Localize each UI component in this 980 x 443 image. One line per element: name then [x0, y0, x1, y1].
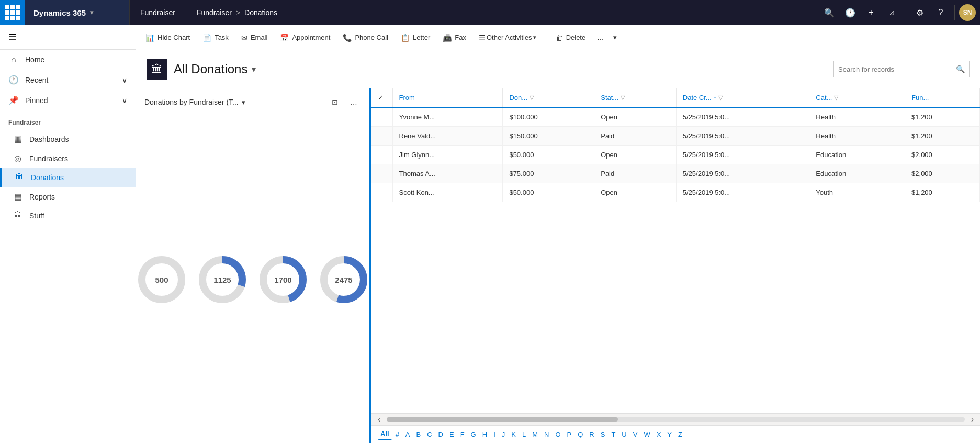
- other-activities-button[interactable]: ☰ Other Activities ▾: [474, 28, 542, 47]
- scroll-left-arrow[interactable]: ‹: [374, 415, 385, 424]
- letter-button[interactable]: 📋 Letter: [396, 28, 435, 47]
- settings-button[interactable]: ⚙: [910, 3, 929, 22]
- sidebar-item-donations[interactable]: 🏛 Donations: [0, 168, 136, 187]
- search-box[interactable]: 🔍: [833, 61, 970, 77]
- phone-call-button[interactable]: 📞 Phone Call: [337, 28, 393, 47]
- sidebar-item-pinned[interactable]: 📌 Pinned ∨: [0, 90, 136, 110]
- horizontal-scrollbar[interactable]: [387, 417, 618, 422]
- alpha-item-i[interactable]: I: [491, 429, 498, 439]
- phone-call-label: Phone Call: [355, 34, 388, 41]
- row-fundraiser: $2,000: [905, 164, 980, 183]
- alpha-item-f[interactable]: F: [458, 429, 467, 439]
- date-sort-icon[interactable]: ↑: [714, 95, 717, 101]
- alpha-item-m[interactable]: M: [530, 429, 540, 439]
- alpha-item-l[interactable]: L: [520, 429, 528, 439]
- grid-table-wrapper[interactable]: ✓ From Don...: [371, 88, 980, 413]
- appointment-button[interactable]: 📅 Appointment: [275, 28, 335, 47]
- task-button[interactable]: 📄 Task: [197, 28, 234, 47]
- status-filter-icon[interactable]: ▽: [621, 94, 625, 101]
- add-button[interactable]: +: [862, 3, 881, 22]
- row-donation: $150.000: [503, 127, 594, 146]
- search-button[interactable]: 🔍: [820, 3, 839, 22]
- alpha-item-p[interactable]: P: [565, 429, 575, 439]
- hide-chart-label: Hide Chart: [157, 34, 190, 41]
- hamburger-icon[interactable]: ☰: [8, 32, 17, 42]
- donation-filter-icon[interactable]: ▽: [530, 94, 534, 101]
- search-input[interactable]: [838, 65, 953, 73]
- alpha-item-c[interactable]: C: [424, 429, 434, 439]
- help-button[interactable]: ?: [931, 3, 950, 22]
- alpha-item-n[interactable]: N: [542, 429, 551, 439]
- col-fundraiser[interactable]: Fun...: [905, 88, 980, 107]
- alpha-item-u[interactable]: U: [619, 429, 629, 439]
- category-filter-icon[interactable]: ▽: [834, 94, 838, 101]
- alpha-item-w[interactable]: W: [641, 429, 652, 439]
- alpha-item-z[interactable]: Z: [675, 429, 685, 439]
- alpha-item-q[interactable]: Q: [575, 429, 585, 439]
- sidebar-item-home[interactable]: ⌂ Home: [0, 50, 136, 70]
- col-donation[interactable]: Don... ▽: [503, 88, 594, 107]
- alpha-item-y[interactable]: Y: [664, 429, 674, 439]
- stuff-icon: 🏛: [13, 211, 23, 220]
- alpha-item-k[interactable]: K: [509, 429, 519, 439]
- col-status[interactable]: Stat... ▽: [594, 88, 677, 107]
- more-options-button[interactable]: …: [593, 28, 608, 47]
- alpha-item-e[interactable]: E: [447, 429, 457, 439]
- row-check[interactable]: [371, 183, 392, 202]
- col-category[interactable]: Cat... ▽: [809, 88, 905, 107]
- row-check[interactable]: [371, 164, 392, 183]
- user-avatar[interactable]: SN: [959, 4, 976, 21]
- table-row[interactable]: Jim Glynn... $50.000 Open 5/25/2019 5:0.…: [371, 146, 980, 164]
- alpha-item-x[interactable]: X: [654, 429, 664, 439]
- page-title-icon: 🏛: [152, 63, 162, 75]
- row-date: 5/25/2019 5:0...: [676, 127, 809, 146]
- hamburger-button[interactable]: ☰: [0, 25, 136, 50]
- alpha-item-j[interactable]: J: [499, 429, 508, 439]
- alpha-item-o[interactable]: O: [553, 429, 563, 439]
- hide-chart-button[interactable]: 📊 Hide Chart: [140, 28, 195, 47]
- scroll-right-arrow[interactable]: ›: [967, 415, 978, 424]
- alpha-item-g[interactable]: G: [468, 429, 479, 439]
- row-status: Open: [594, 183, 677, 202]
- sidebar-item-reports[interactable]: ▤ Reports: [0, 187, 136, 206]
- alpha-item-s[interactable]: S: [598, 429, 608, 439]
- table-row[interactable]: Thomas A... $75.000 Paid 5/25/2019 5:0..…: [371, 164, 980, 183]
- recent-icon-button[interactable]: 🕐: [841, 3, 860, 22]
- alpha-item-all[interactable]: All: [378, 429, 392, 440]
- col-from[interactable]: From: [392, 88, 503, 107]
- alpha-item-t[interactable]: T: [609, 429, 618, 439]
- alpha-item-r[interactable]: R: [587, 429, 596, 439]
- filter-button[interactable]: ⊿: [883, 3, 902, 22]
- table-row[interactable]: Scott Kon... $50.000 Open 5/25/2019 5:0.…: [371, 183, 980, 202]
- page-title-chevron[interactable]: ▾: [252, 64, 256, 74]
- email-label: Email: [251, 34, 268, 41]
- date-filter-icon[interactable]: ▽: [718, 94, 723, 101]
- email-button[interactable]: ✉ Email: [236, 28, 273, 47]
- col-from-label: From: [399, 94, 415, 102]
- row-check[interactable]: [371, 127, 392, 146]
- table-row[interactable]: Rene Vald... $150.000 Paid 5/25/2019 5:0…: [371, 127, 980, 146]
- sidebar-item-stuff[interactable]: 🏛 Stuff: [0, 206, 136, 225]
- dropdown-expand-button[interactable]: ▾: [610, 28, 620, 47]
- row-check[interactable]: [371, 107, 392, 127]
- alpha-item-v[interactable]: V: [630, 429, 640, 439]
- sidebar-item-recent[interactable]: 🕐 Recent ∨: [0, 70, 136, 90]
- fax-button[interactable]: 📠 Fax: [437, 28, 471, 47]
- alpha-item-h[interactable]: H: [480, 429, 490, 439]
- chart-expand-button[interactable]: ⊡: [328, 95, 342, 109]
- alpha-item-a[interactable]: A: [403, 429, 413, 439]
- table-row[interactable]: Yvonne M... $100.000 Open 5/25/2019 5:0.…: [371, 107, 980, 127]
- alpha-item-b[interactable]: B: [414, 429, 424, 439]
- alpha-item-#[interactable]: #: [393, 429, 402, 439]
- alpha-item-d[interactable]: D: [436, 429, 446, 439]
- app-name-area[interactable]: Dynamics 365 ▾: [25, 0, 130, 25]
- col-check[interactable]: ✓: [371, 88, 392, 107]
- delete-button[interactable]: 🗑 Delete: [550, 28, 591, 47]
- row-check[interactable]: [371, 146, 392, 164]
- chart-more-button[interactable]: …: [346, 95, 361, 109]
- col-date[interactable]: Date Cr... ↑ ▽: [676, 88, 809, 107]
- apps-launcher[interactable]: [0, 0, 25, 25]
- sidebar-item-dashboards[interactable]: ▦ Dashboards: [0, 129, 136, 149]
- sidebar-item-fundraisers[interactable]: ◎ Fundraisers: [0, 149, 136, 168]
- chart-title-chevron[interactable]: ▾: [242, 98, 245, 106]
